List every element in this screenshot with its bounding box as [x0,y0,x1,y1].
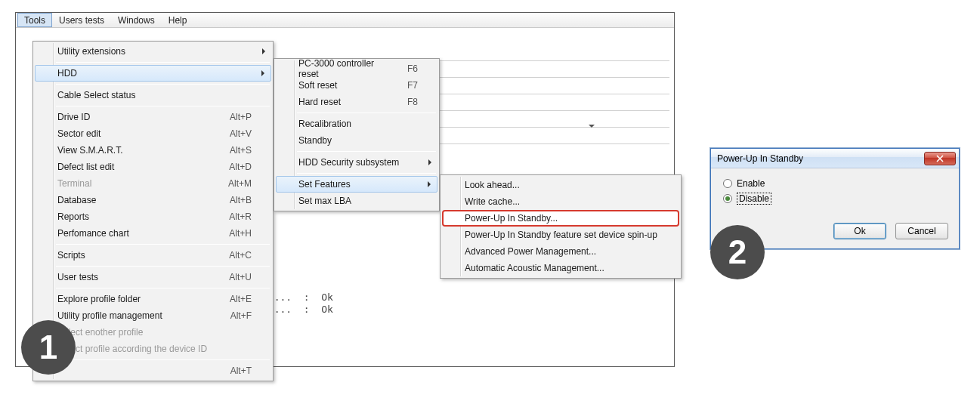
radio-option-disable[interactable]: Disable [723,191,947,206]
menu-tools-item[interactable]: ReportsAlt+R [35,208,271,225]
menu-item-shortcut: Alt+S [230,145,252,156]
menu-tools-item[interactable]: HDD [35,65,271,82]
menu-tools-item[interactable]: View S.M.A.R.T.Alt+S [35,142,271,159]
menu-item-label: Utility profile management [57,310,200,321]
menu-set-features: Look ahead...Write cache...Power-Up In S… [440,174,682,279]
ok-button[interactable]: Ok [833,223,886,239]
menu-item-shortcut: Alt+C [229,250,252,261]
menu-item-label: Terminal [57,178,198,189]
menubar-item-windows[interactable]: Windows [111,13,162,27]
menu-item-shortcut: F8 [407,97,418,107]
application-window: Tools Users tests Windows Help 0 ..... :… [15,12,675,367]
close-icon [936,155,944,162]
callout-badge-2: 2 [710,225,765,279]
menu-item-label: Select enother profile [57,327,252,338]
menu-item-label: Defect list edit [57,162,199,172]
menu-hdd-item[interactable]: Soft resetF7 [276,77,437,94]
menu-tools-item[interactable]: Explore profile folderAlt+E [35,291,271,307]
menu-set-features-item[interactable]: Power-Up In Standby... [442,210,679,227]
menu-item-shortcut: F7 [407,80,418,91]
radio-label: Enable [737,178,765,189]
menubar-item-help[interactable]: Help [162,13,194,27]
menu-item-label: Sector edit [57,128,199,139]
menu-item-shortcut: Alt+V [230,128,252,139]
dialog-titlebar: Power-Up In Standby [711,149,959,168]
menu-item-label: Power-Up In Standby feature set device s… [465,230,660,240]
menu-item-shortcut: Alt+F [230,310,252,321]
menu-tools-item[interactable]: Drive IDAlt+P [35,109,271,125]
menu-hdd-item[interactable]: PC-3000 controller resetF6 [276,60,437,77]
menu-tools-item[interactable]: Utility profile managementAlt+F [35,307,271,324]
menu-item-label: Soft reset [298,80,377,91]
menu-hdd-item[interactable]: Recalibration [276,116,437,132]
menu-item-label: Explore profile folder [57,294,199,304]
menu-item-label: Drive ID [57,112,199,122]
menu-tools-item[interactable]: Perfomance chartAlt+H [35,225,271,242]
menubar-item-tools[interactable]: Tools [17,13,52,27]
menu-item-label: Hard reset [298,97,377,107]
menu-tools-separator [56,359,270,360]
menu-item-label: PC-3000 controller reset [298,58,377,79]
menu-tools-item[interactable]: Defect list editAlt+D [35,159,271,175]
menu-hdd-item[interactable]: Standby [276,132,437,149]
menu-item-label: Reports [57,211,199,222]
dialog-title: Power-Up In Standby [717,153,924,164]
menu-tools-item[interactable]: User testsAlt+U [35,269,271,285]
menu-item-label: Utility extensions [57,46,252,57]
menu-set-features-item[interactable]: Automatic Acoustic Management... [442,260,679,276]
radio-option-enable[interactable]: Enable [723,176,947,191]
dialog-close-button[interactable] [924,152,956,165]
menu-tools-separator [56,84,270,85]
radio-label: Disable [737,193,771,205]
menu-tools-separator [56,244,270,245]
menu-tools-item[interactable]: Cable Select status [35,87,271,103]
dropdown-arrow-icon [589,125,595,128]
menu-item-shortcut: Alt+U [229,272,252,282]
menu-item-label: User tests [57,272,199,282]
menu-item-label: Automatic Acoustic Management... [465,263,660,273]
menu-item-label: Set max LBA [298,196,418,206]
menu-item-label: HDD Security subsystem [298,157,418,168]
menu-item-shortcut: Alt+E [230,294,252,304]
menu-item-label: Power-Up In Standby... [465,213,660,224]
menu-tools-separator [56,266,270,267]
menu-item-label: Scripts [57,250,199,261]
menu-tools-item[interactable]: Sector editAlt+V [35,125,271,142]
menubar-item-users-tests[interactable]: Users tests [52,13,111,27]
menu-tools-item[interactable]: ScriptsAlt+C [35,247,271,264]
menu-set-features-item[interactable]: Advanced Power Management... [442,243,679,260]
menu-tools-item: TerminalAlt+M [35,175,271,192]
menu-tools-item[interactable]: DatabaseAlt+B [35,192,271,208]
menu-hdd: PC-3000 controller resetF6Soft resetF7Ha… [274,58,440,211]
menu-item-shortcut: Alt+H [229,228,252,239]
menu-item-label: Write cache... [465,196,660,207]
dialog-button-row: Ok Cancel [833,223,948,239]
callout-badge-1: 1 [21,320,76,375]
menu-hdd-item[interactable]: Hard resetF8 [276,94,437,110]
radio-icon [723,179,732,188]
menu-item-shortcut: Alt+B [230,195,252,205]
menu-tools-item[interactable]: Alt+T [35,362,271,379]
menu-item-label: Set Features [298,179,418,190]
menu-item-label: Select profile according the device ID [57,344,252,354]
menu-item-label: HDD [57,68,252,79]
menu-set-features-item[interactable]: Write cache... [442,193,679,210]
menubar: Tools Users tests Windows Help [16,13,674,28]
dialog-body: Enable Disable [711,168,959,206]
menu-set-features-item[interactable]: Power-Up In Standby feature set device s… [442,227,679,243]
menu-hdd-item[interactable]: HDD Security subsystem [276,154,437,171]
menu-tools-item[interactable]: Utility extensions [35,43,271,60]
menu-set-features-item[interactable]: Look ahead... [442,177,679,193]
menu-item-shortcut: Alt+T [230,366,252,376]
menu-hdd-item[interactable]: Set max LBA [276,193,437,209]
menu-hdd-item[interactable]: Set Features [276,176,437,193]
menu-item-label: Recalibration [298,119,418,129]
menu-item-label: Cable Select status [57,90,252,100]
menu-tools-separator [56,62,270,63]
menu-item-shortcut: F6 [407,63,418,74]
cancel-button[interactable]: Cancel [895,223,948,239]
menu-item-label: Perfomance chart [57,228,199,239]
menu-item-label: Look ahead... [465,180,660,190]
menu-hdd-separator [297,173,436,174]
menu-item-label: Standby [298,135,418,146]
